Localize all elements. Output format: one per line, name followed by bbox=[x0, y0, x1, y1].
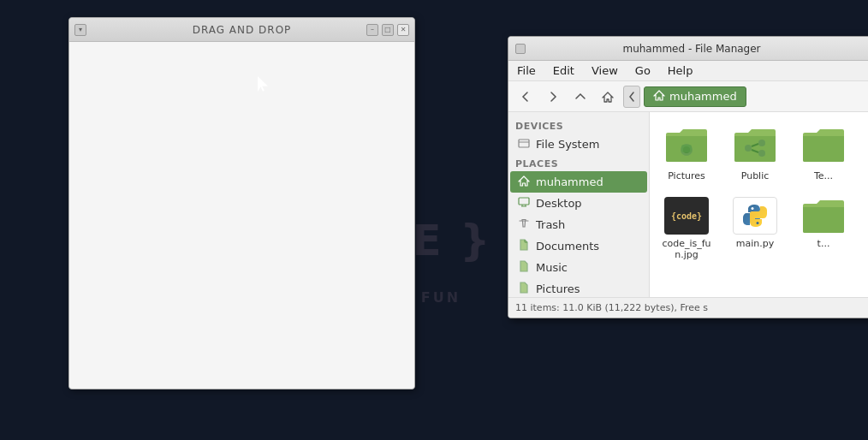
t-folder-icon bbox=[801, 197, 846, 235]
sidebar-item-label-trash: Trash bbox=[536, 218, 565, 231]
dnd-content-area bbox=[69, 42, 414, 389]
dnd-collapse-btn[interactable]: ▾ bbox=[74, 24, 86, 36]
file-item-public[interactable]: Public bbox=[725, 119, 785, 185]
dnd-window-controls: ▾ bbox=[74, 24, 86, 36]
menu-edit[interactable]: Edit bbox=[550, 62, 578, 79]
sidebar-item-label-desktop: Desktop bbox=[536, 197, 582, 210]
menu-go[interactable]: Go bbox=[632, 62, 654, 79]
fm-fileview: Pictures Public bbox=[650, 112, 868, 297]
dnd-restore-btn[interactable]: □ bbox=[382, 24, 394, 36]
menu-file[interactable]: File bbox=[514, 62, 539, 79]
dnd-titlebar: ▾ DRAG AND DROP – □ ✕ bbox=[69, 18, 414, 42]
home-sidebar-icon bbox=[517, 175, 531, 189]
sidebar-item-documents[interactable]: Documents bbox=[510, 235, 647, 257]
pictures-sidebar-icon bbox=[517, 282, 531, 296]
menu-view[interactable]: View bbox=[588, 62, 621, 79]
location-breadcrumb[interactable]: muhammed bbox=[644, 86, 746, 107]
fm-collapse-btn[interactable] bbox=[515, 44, 526, 54]
location-bar: muhammed bbox=[644, 86, 868, 107]
trash-sidebar-icon bbox=[517, 217, 531, 232]
pictures-folder-icon bbox=[664, 122, 709, 167]
svg-point-7 bbox=[758, 150, 765, 157]
sidebar-item-label-documents: Documents bbox=[536, 240, 599, 253]
menu-help[interactable]: Help bbox=[664, 62, 697, 79]
python-icon bbox=[733, 197, 777, 235]
forward-button[interactable] bbox=[541, 86, 565, 108]
documents-sidebar-icon bbox=[517, 239, 531, 253]
file-item-t[interactable]: t... bbox=[794, 193, 853, 264]
sidebar-item-label-muhammed: muhammed bbox=[536, 175, 603, 188]
dnd-minimize-btn[interactable]: – bbox=[366, 24, 378, 36]
fm-menubar: File Edit View Go Help bbox=[508, 61, 868, 81]
t-folder-label: t... bbox=[817, 238, 830, 249]
dnd-window: ▾ DRAG AND DROP – □ ✕ bbox=[68, 17, 415, 389]
desktop-sidebar-icon bbox=[517, 196, 531, 211]
main-py-label: main.py bbox=[736, 238, 774, 249]
fm-titlebar: muhammed - File Manager bbox=[508, 37, 868, 61]
fm-title: muhammed - File Manager bbox=[622, 43, 760, 55]
fm-main: DEVICES File System PLACES muhammed bbox=[508, 112, 868, 297]
public-folder-icon bbox=[733, 122, 777, 167]
public-folder-label: Public bbox=[741, 170, 770, 181]
sidebar-item-filesystem[interactable]: File System bbox=[510, 134, 647, 155]
sidebar-item-music[interactable]: Music bbox=[510, 257, 647, 278]
places-header: PLACES bbox=[508, 155, 649, 171]
fm-statusbar: 11 items: 11.0 KiB (11,222 bytes), Free … bbox=[508, 297, 868, 318]
svg-point-6 bbox=[758, 140, 765, 146]
music-sidebar-icon bbox=[517, 260, 531, 275]
filesystem-icon bbox=[517, 137, 531, 152]
file-item-main-py[interactable]: main.py bbox=[725, 193, 785, 264]
file-item-code-is-fun[interactable]: {code} code_is_fun.jpg bbox=[657, 193, 716, 264]
svg-point-11 bbox=[757, 222, 759, 224]
dnd-title: DRAG AND DROP bbox=[193, 24, 292, 36]
te-folder-label: Te... bbox=[814, 170, 833, 181]
location-label: muhammed bbox=[669, 90, 737, 103]
svg-rect-4 bbox=[681, 145, 692, 152]
statusbar-text: 11 items: 11.0 KiB (11,222 bytes), Free … bbox=[515, 302, 708, 313]
file-item-pictures[interactable]: Pictures bbox=[657, 119, 716, 185]
fm-toolbar: muhammed bbox=[508, 81, 868, 112]
panel-toggle-button[interactable] bbox=[623, 86, 640, 108]
te-folder-icon bbox=[801, 122, 846, 167]
svg-point-10 bbox=[752, 207, 754, 210]
dnd-close-btn[interactable]: ✕ bbox=[397, 24, 409, 36]
file-item-te[interactable]: Te... bbox=[794, 119, 853, 185]
sidebar-item-label-filesystem: File System bbox=[536, 138, 599, 151]
svg-point-5 bbox=[745, 145, 752, 152]
sidebar-item-label-pictures: Pictures bbox=[536, 282, 580, 295]
pictures-folder-label: Pictures bbox=[668, 170, 705, 181]
file-manager-window: muhammed - File Manager File Edit View G… bbox=[508, 36, 868, 318]
sidebar-item-desktop[interactable]: Desktop bbox=[510, 193, 647, 214]
code-is-fun-label: code_is_fun.jpg bbox=[660, 238, 713, 260]
svg-rect-0 bbox=[519, 140, 529, 147]
up-button[interactable] bbox=[568, 86, 592, 108]
svg-rect-1 bbox=[519, 198, 529, 205]
sidebar-item-trash[interactable]: Trash bbox=[510, 214, 647, 235]
location-home-icon bbox=[653, 89, 665, 104]
home-button[interactable] bbox=[596, 86, 620, 108]
dnd-right-controls: – □ ✕ bbox=[366, 24, 409, 36]
code-is-fun-icon: {code} bbox=[664, 197, 709, 235]
fm-sidebar: DEVICES File System PLACES muhammed bbox=[508, 112, 650, 297]
devices-header: DEVICES bbox=[508, 117, 649, 134]
back-button[interactable] bbox=[514, 86, 538, 108]
sidebar-item-pictures[interactable]: Pictures bbox=[510, 278, 647, 297]
sidebar-item-muhammed[interactable]: muhammed bbox=[510, 171, 647, 193]
sidebar-item-label-music: Music bbox=[536, 261, 568, 274]
